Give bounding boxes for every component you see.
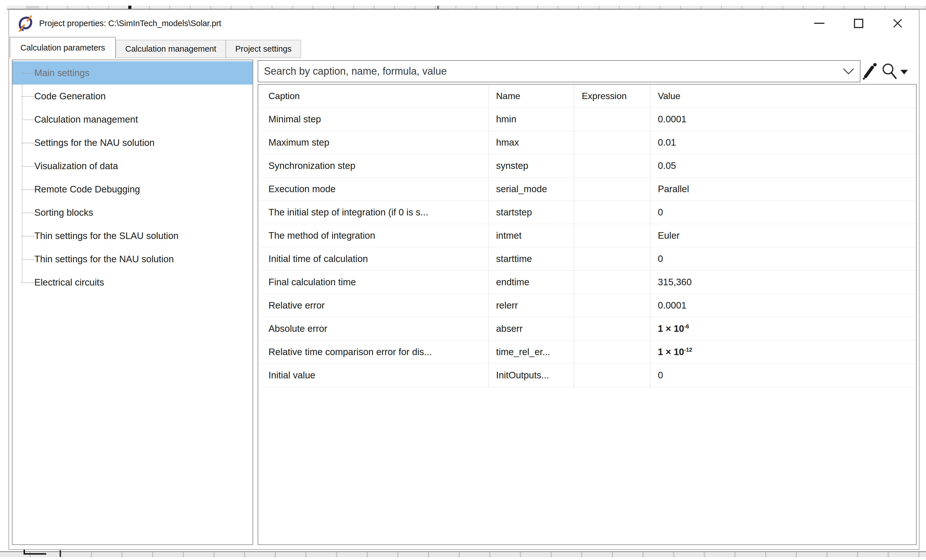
cell-expression[interactable]: [574, 341, 650, 363]
table-row[interactable]: The method of integrationintmetEuler: [258, 224, 916, 248]
column-header-expression[interactable]: Expression: [574, 85, 650, 107]
sidebar-item-sorting-blocks[interactable]: Sorting blocks: [12, 201, 253, 224]
cell-value[interactable]: 1 × 10-6: [650, 317, 916, 340]
chevron-down-icon[interactable]: [842, 68, 855, 75]
sidebar-item-thin-settings-for-the-slau-solution[interactable]: Thin settings for the SLAU solution: [12, 224, 253, 248]
cell-caption[interactable]: Initial value: [258, 364, 488, 387]
cell-name[interactable]: time_rel_er...: [488, 341, 574, 363]
cell-name[interactable]: startstep: [488, 201, 574, 224]
sidebar-item-thin-settings-for-the-nau-solution[interactable]: Thin settings for the NAU solution: [12, 248, 253, 271]
minimize-button[interactable]: [800, 10, 839, 36]
cell-name[interactable]: abserr: [488, 317, 574, 340]
cell-expression[interactable]: [574, 201, 650, 224]
cell-caption[interactable]: Relative error: [258, 294, 488, 317]
table-row[interactable]: Execution modeserial_modeParallel: [258, 178, 916, 201]
cell-caption[interactable]: Final calculation time: [258, 271, 488, 294]
sidebar-item-calculation-management[interactable]: Calculation management: [12, 108, 253, 131]
cell-name[interactable]: InitOutputs...: [488, 364, 574, 387]
cell-value[interactable]: 1 × 10-12: [650, 341, 916, 363]
cell-caption-text: Absolute error: [268, 323, 327, 334]
cell-expression[interactable]: [574, 271, 650, 294]
column-header-caption[interactable]: Caption: [258, 85, 488, 107]
cell-value[interactable]: 0: [650, 201, 916, 224]
search-options-button[interactable]: [880, 62, 909, 80]
cell-caption[interactable]: Synchronization step: [258, 154, 488, 177]
cell-caption[interactable]: Initial time of calculation: [258, 248, 488, 270]
cell-expression[interactable]: [574, 154, 650, 177]
search-combobox: [258, 60, 861, 82]
background-mark: [60, 550, 61, 557]
tab-calculation-management[interactable]: Calculation management: [116, 40, 226, 58]
cell-name[interactable]: starttime: [488, 248, 574, 270]
cell-expression[interactable]: [574, 317, 650, 340]
cell-expression[interactable]: [574, 248, 650, 270]
search-input[interactable]: [258, 61, 842, 82]
cell-name[interactable]: relerr: [488, 294, 574, 317]
cell-caption[interactable]: Absolute error: [258, 317, 488, 340]
column-header-name[interactable]: Name: [488, 85, 574, 107]
table-row[interactable]: Synchronization stepsynstep0.05: [258, 154, 916, 178]
table-row[interactable]: Relative errorrelerr0.0001: [258, 294, 916, 317]
tab-project-settings[interactable]: Project settings: [226, 40, 301, 58]
cell-caption[interactable]: Execution mode: [258, 178, 488, 200]
cell-value[interactable]: 0.0001: [650, 108, 916, 130]
cell-name-text: hmin: [496, 114, 516, 125]
cell-value[interactable]: Parallel: [650, 178, 916, 200]
cell-expression[interactable]: [574, 294, 650, 317]
cell-name[interactable]: synstep: [488, 154, 574, 177]
table-row[interactable]: Relative time comparison error for dis..…: [258, 341, 916, 364]
cell-expression[interactable]: [574, 108, 650, 130]
cell-caption-text: Initial time of calculation: [268, 253, 368, 264]
cell-caption[interactable]: Minimal step: [258, 108, 488, 130]
cell-expression[interactable]: [574, 224, 650, 247]
cell-caption-text: Synchronization step: [268, 160, 355, 171]
cell-caption[interactable]: The method of integration: [258, 224, 488, 247]
tab-label: Calculation parameters: [20, 43, 105, 53]
sidebar-item-visualization-of-data[interactable]: Visualization of data: [12, 154, 253, 178]
close-button[interactable]: [878, 10, 917, 36]
cell-value[interactable]: 0.05: [650, 154, 916, 177]
table-row[interactable]: Initial valueInitOutputs...0: [258, 364, 916, 387]
cell-expression[interactable]: [574, 131, 650, 154]
sidebar-item-electrical-circuits[interactable]: Electrical circuits: [12, 271, 253, 294]
sidebar-item-remote-code-debugging[interactable]: Remote Code Debugging: [12, 178, 253, 201]
cell-name-text: InitOutputs...: [496, 370, 549, 381]
table-row[interactable]: Maximum stephmax0.01: [258, 131, 916, 154]
table-row[interactable]: The initial step of integration (if 0 is…: [258, 201, 916, 224]
table-row[interactable]: Minimal stephmin0.0001: [258, 108, 916, 131]
cell-value[interactable]: 0: [650, 248, 916, 270]
cell-value-text: 0.05: [658, 160, 676, 171]
cell-name[interactable]: intmet: [488, 224, 574, 247]
cell-expression[interactable]: [574, 178, 650, 200]
table-row[interactable]: Absolute errorabserr1 × 10-6: [258, 317, 916, 341]
column-header-label: Expression: [582, 91, 626, 101]
cell-name[interactable]: serial_mode: [488, 178, 574, 200]
sidebar-item-main-settings[interactable]: Main settings: [12, 61, 253, 85]
cell-value[interactable]: 0.01: [650, 131, 916, 154]
cell-expression[interactable]: [574, 364, 650, 387]
cell-name[interactable]: hmax: [488, 131, 574, 154]
cell-value[interactable]: 0: [650, 364, 916, 387]
table-row[interactable]: Final calculation timeendtime315,360: [258, 271, 916, 294]
edit-search-button[interactable]: [861, 62, 879, 80]
maximize-button[interactable]: [839, 10, 878, 36]
tab-calculation-parameters[interactable]: Calculation parameters: [10, 37, 116, 58]
cell-value[interactable]: 0.0001: [650, 294, 916, 317]
cell-value[interactable]: Euler: [650, 224, 916, 247]
window-controls: [800, 10, 917, 36]
property-grid-header: CaptionNameExpressionValue: [258, 85, 916, 108]
sidebar-item-settings-for-the-nau-solution[interactable]: Settings for the NAU solution: [12, 131, 253, 154]
cell-name[interactable]: endtime: [488, 271, 574, 294]
sidebar-item-code-generation[interactable]: Code Generation: [12, 85, 253, 108]
cell-caption[interactable]: Maximum step: [258, 131, 488, 154]
settings-tree: Main settingsCode GenerationCalculation …: [12, 60, 253, 294]
cell-name[interactable]: hmin: [488, 108, 574, 130]
title-bar[interactable]: Project properties: C:\SimInTech_models\…: [9, 10, 919, 37]
table-row[interactable]: Initial time of calculationstarttime0: [258, 248, 916, 271]
cell-caption[interactable]: Relative time comparison error for dis..…: [258, 341, 488, 363]
cell-caption[interactable]: The initial step of integration (if 0 is…: [258, 201, 488, 224]
cell-name-text: relerr: [496, 300, 518, 311]
tree-branch-line: [22, 259, 34, 260]
column-header-value[interactable]: Value: [650, 85, 916, 107]
cell-value[interactable]: 315,360: [650, 271, 916, 294]
